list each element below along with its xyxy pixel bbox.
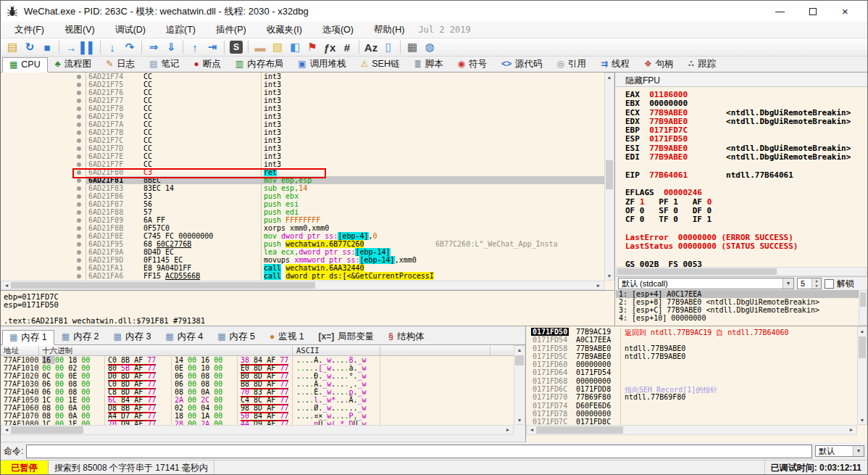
breakpoint-dot-icon[interactable] [77,218,81,223]
arguments-vscrollbar[interactable] [859,290,867,325]
disasm-row[interactable]: 6AD21F8383EC 14sub esp,14 [1,184,604,192]
disasm-row[interactable]: 6AD21F74CCint3 [1,73,604,80]
dump-row[interactable]: 77AF100016 00 18 00C0 8B AF 7714 00 16 0… [1,356,514,364]
notes-device-icon[interactable]: ▯ [380,39,397,55]
tab-调用堆栈[interactable]: ▣调用堆栈 [291,57,353,72]
disasm-row[interactable]: 6AD21F8653push ebx [1,192,604,200]
scroll-up-icon[interactable]: ▲ [605,75,614,80]
disasm-row[interactable]: 6AD21F78CCint3 [1,104,604,112]
tab-符号[interactable]: ◉符号 [451,57,494,72]
step-out-icon[interactable]: ↑ [186,39,204,55]
minimize-button[interactable]: — [764,1,796,22]
register-line[interactable] [615,161,867,170]
disasm-row[interactable]: 6AD21F79CCint3 [1,112,604,120]
argument-row[interactable]: 3: [esp+C] 77B9ABE0 <ntdll.DbgUiRemoteBr… [616,306,859,314]
scroll-left-icon[interactable]: ◄ [527,427,536,432]
scroll-right-icon[interactable]: ► [594,283,603,288]
call-arguments-list[interactable]: 1: [esp+4] A0C17EEA2: [esp+8] 77B9ABE0 <… [616,290,859,325]
stop-icon[interactable]: ■ [38,39,56,55]
register-line[interactable]: ZF 1 PF 1 AF 0 [615,197,867,206]
disasm-row[interactable]: 6AD21F9D0F1145 ECmovups xmmword ptr ss:[… [1,256,604,264]
register-line[interactable] [615,223,867,232]
dump-hscrollbar[interactable]: ◄ ► [1,425,514,435]
breakpoint-dot-icon[interactable] [77,115,81,119]
disassembly-pane[interactable]: 6AD21F74CCint36AD21F75CCint36AD21F76CCin… [1,73,614,290]
stepper-arrows-icon[interactable]: ▲▼ [811,278,821,289]
register-line[interactable]: EAX 01186000 [615,90,867,99]
breakpoint-dot-icon[interactable] [77,234,81,239]
disasm-row[interactable]: 6AD21F7DCCint3 [1,144,604,152]
globe-icon[interactable]: ◍ [421,39,438,55]
unlock-checkbox[interactable] [825,279,834,289]
dump-row[interactable]: 77AF10801C 00 1E 0070 D9 AF 7728 00 2A 0… [1,420,514,425]
step-into-icon[interactable]: ↓ [104,39,121,55]
scroll-thumb[interactable] [606,160,613,189]
breakpoint-dot-icon[interactable] [77,131,81,135]
register-line[interactable] [615,179,867,188]
command-profile-select[interactable]: 默认 ▼ [815,445,864,457]
stack-pane[interactable]: 0171FD5077B9AC19返回到 ntdll.77B9AC19 自 ntd… [525,326,867,442]
command-input[interactable] [26,445,812,458]
breakpoint-dot-icon[interactable] [77,226,81,231]
breakpoint-dot-icon[interactable] [77,258,81,263]
restart-icon[interactable]: ↻ [21,39,38,55]
argument-row[interactable]: 4: [esp+10] 00000000 [616,314,859,322]
hide-fpu-button[interactable]: 隐藏FPU [615,73,867,87]
stack-row[interactable]: 0171FD5077B9AC19返回到 ntdll.77B9AC19 自 ntd… [526,328,857,336]
disasm-row[interactable]: 6AD21F7ACCint3 [1,120,604,128]
tab-CPU[interactable]: ▦CPU [2,57,48,73]
stack-row[interactable]: 0171FD640171FD54 [526,368,857,376]
register-line[interactable]: EDX 77B9ABE0 <ntdll.DbgUiRemoteBreakin> [615,117,867,125]
breakpoint-dot-icon[interactable] [77,91,81,95]
breakpoint-dot-icon[interactable] [77,266,81,270]
breakpoint-dot-icon[interactable] [77,274,81,278]
disasm-row[interactable]: 6AD21F8857push edi [1,208,604,216]
disasm-row[interactable]: 6AD21F7BCCint3 [1,128,604,136]
chevron-down-icon[interactable]: ▼ [783,278,793,289]
argument-count-stepper[interactable]: 5 ▲▼ [797,278,822,289]
register-line[interactable]: EDI 77B9ABE0 <ntdll.DbgUiRemoteBreakin> [615,152,867,161]
label-icon[interactable]: ◧ [286,39,304,55]
scroll-thumb[interactable] [515,355,524,365]
register-line[interactable]: LastError 00000000 (ERROR_SUCCESS) [615,233,867,241]
hash-icon[interactable]: # [338,39,356,55]
breakpoint-dot-icon[interactable] [77,186,81,191]
register-line[interactable]: OF 0 SF 0 DF 0 [615,206,867,215]
tab-内存布局[interactable]: ▥内存布局 [228,57,291,72]
menu-item[interactable]: 调试(D) [109,23,152,36]
disasm-row[interactable]: 6AD21F9A8D4D EClea ecx,dword ptr ss:[ebp… [1,248,604,256]
tab-脚本[interactable]: ≣脚本 [406,57,450,72]
register-line[interactable]: EIP 77B64061 ntdll.77B64061 [615,170,867,179]
tab-内存 3[interactable]: ▦内存 3 [107,329,159,344]
disasm-vscrollbar[interactable]: ▲ ▼ [604,73,614,281]
run-to-cursor-icon[interactable]: ⇒ [145,39,162,55]
tab-内存 1[interactable]: ▦内存 1 [2,330,54,345]
scroll-down-icon[interactable]: ▼ [605,273,614,278]
disasm-hscrollbar[interactable]: ◄ ► [1,281,604,290]
stack-row[interactable]: 0171FD74D60FE6D6 [526,402,857,410]
stack-row[interactable]: 0171FD7800000000 [526,410,857,418]
patch-icon[interactable]: ▬ [251,39,269,55]
dump-row[interactable]: 77AF103006 00 08 00C0 8D AF 7706 00 08 0… [1,380,514,388]
register-line[interactable] [615,250,867,259]
register-line[interactable]: EFLAGS 00000246 [615,188,867,197]
menu-item[interactable]: 文件(F) [8,23,51,36]
calling-convention-select[interactable]: 默认 (stdcall) ▼ [618,278,794,289]
close-button[interactable]: × [829,1,861,22]
dump-row[interactable]: 77AF101000 00 02 0080 5B AF 770E 00 10 0… [1,364,514,372]
breakpoint-dot-icon[interactable] [77,242,81,247]
tab-笔记[interactable]: ▤笔记 [142,57,186,72]
register-line[interactable]: ECX 77B9ABE0 <ntdll.DbgUiRemoteBreakin> [615,108,867,117]
tab-源代码[interactable]: <>源代码 [494,57,550,72]
disasm-row[interactable]: 6AD21F8B0F57C0xorps xmm0,xmm0 [1,224,604,232]
breakpoint-dot-icon[interactable] [77,154,81,159]
dump-vscrollbar[interactable]: ▲ ▼ [514,345,525,425]
register-line[interactable]: LastStatus 00000000 (STATUS_SUCCESS) [615,241,867,250]
stack-hscrollbar[interactable]: ◄ ► [526,425,857,435]
breakpoint-dot-icon[interactable] [77,202,81,207]
tab-结构体[interactable]: §结构体 [381,329,431,344]
disasm-row[interactable]: 6AD21F896A FFpush FFFFFFFF [1,216,604,224]
breakpoint-dot-icon[interactable] [77,99,81,103]
scroll-up-icon[interactable]: ▲ [514,347,525,352]
run-icon[interactable]: → [62,39,80,55]
